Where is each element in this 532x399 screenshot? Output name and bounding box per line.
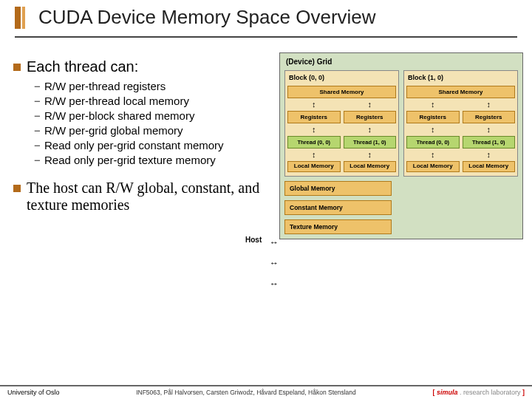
footer-mid: INF5063, Pål Halvorsen, Carsten Griwodz,… xyxy=(136,389,356,396)
local-memory-box: Local Memory xyxy=(287,161,341,172)
leftright-arrow-icon: ↔ xyxy=(266,258,282,268)
sub-item: −R/W per-thread local memory xyxy=(34,95,275,107)
bullet2-text: The host can R/W global, constant, and t… xyxy=(27,180,275,214)
updown-arrow-icon: ↕ xyxy=(463,126,516,133)
sub-item: −Read only per-grid texture memory xyxy=(34,154,275,166)
block-title: Block (1, 0) xyxy=(408,74,515,81)
shared-memory-box: Shared Memory xyxy=(406,86,515,98)
sub-item: −Read only per-grid constant memory xyxy=(34,139,275,151)
updown-arrow-icon: ↕ xyxy=(463,151,516,158)
square-bullet-icon xyxy=(13,185,21,192)
thread-box: Thread (0, 0) xyxy=(406,136,460,149)
leftright-arrow-icon: ↔ xyxy=(266,237,282,248)
bullet-host: The host can R/W global, constant, and t… xyxy=(13,180,275,214)
leftright-arrow-icon: ↔ xyxy=(266,279,282,289)
sub-bullets: −R/W per-thread registers −R/W per-threa… xyxy=(34,80,275,166)
updown-arrow-icon: ↕ xyxy=(406,126,460,133)
sub-item: −R/W per-thread registers xyxy=(34,80,275,92)
constant-memory-box: Constant Memory xyxy=(284,200,392,215)
registers-box: Registers xyxy=(406,111,460,123)
left-column: Each thread can: −R/W per-thread registe… xyxy=(13,52,279,239)
updown-arrow-icon: ↕ xyxy=(463,101,516,108)
blocks-row: Block (0, 0) Shared Memory ↕↕ Registers … xyxy=(284,70,518,177)
block-1-0: Block (1, 0) Shared Memory ↕↕ Registers … xyxy=(403,70,518,177)
title-bar: CUDA Device Memory Space Overview xyxy=(15,0,517,38)
sub-item: −R/W per-block shared memory xyxy=(34,109,275,122)
registers-box: Registers xyxy=(463,111,516,123)
updown-arrow-icon: ↕ xyxy=(287,151,341,158)
updown-arrow-icon: ↕ xyxy=(344,101,397,108)
texture-memory-box: Texture Memory xyxy=(284,219,392,234)
thread-box: Thread (0, 0) xyxy=(287,136,341,149)
diagram-area: (Device) Grid Block (0, 0) Shared Memory… xyxy=(279,52,523,239)
local-memory-box: Local Memory xyxy=(344,161,397,172)
grid-title: (Device) Grid xyxy=(286,58,518,66)
registers-box: Registers xyxy=(287,111,341,123)
local-memory-box: Local Memory xyxy=(406,161,460,172)
bullet1-text: Each thread can: xyxy=(27,58,138,75)
global-memory-box: Global Memory xyxy=(284,181,392,196)
updown-arrow-icon: ↕ xyxy=(406,151,460,158)
registers-box: Registers xyxy=(344,111,397,123)
updown-arrow-icon: ↕ xyxy=(406,101,460,108)
block-title: Block (0, 0) xyxy=(289,74,396,81)
shared-memory-box: Shared Memory xyxy=(287,86,396,98)
thread-box: Thread (1, 0) xyxy=(463,136,516,149)
updown-arrow-icon: ↕ xyxy=(287,126,341,133)
thread-box: Thread (1, 0) xyxy=(344,136,397,149)
updown-arrow-icon: ↕ xyxy=(344,126,397,133)
footer: University of Oslo INF5063, Pål Halvorse… xyxy=(0,385,532,398)
block-0-0: Block (0, 0) Shared Memory ↕↕ Registers … xyxy=(284,70,399,177)
host-label: Host xyxy=(245,236,262,244)
slide-title: CUDA Device Memory Space Overview xyxy=(38,6,376,29)
content-area: Each thread can: −R/W per-thread registe… xyxy=(0,38,532,239)
sub-item: −R/W per-grid global memory xyxy=(34,124,275,137)
device-grid-box: (Device) Grid Block (0, 0) Shared Memory… xyxy=(279,52,523,239)
square-bullet-icon xyxy=(13,64,21,71)
local-memory-box: Local Memory xyxy=(463,161,516,172)
footer-left: University of Oslo xyxy=(7,389,60,396)
updown-arrow-icon: ↕ xyxy=(344,151,397,158)
footer-right: [ simula . research laboratory ] xyxy=(432,389,525,396)
title-accent-icon xyxy=(15,7,31,29)
bullet-each-thread: Each thread can: xyxy=(13,58,275,75)
updown-arrow-icon: ↕ xyxy=(287,101,341,108)
